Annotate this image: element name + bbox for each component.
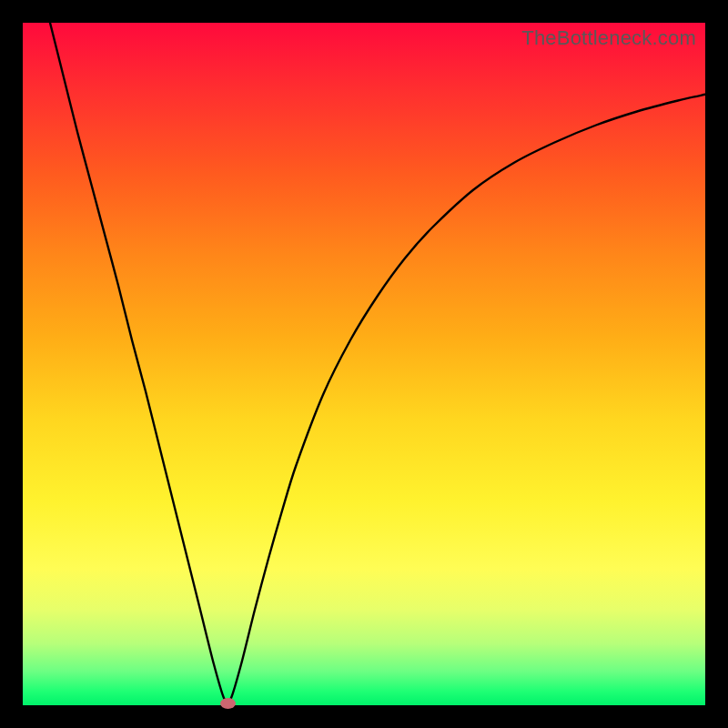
plot-area: TheBottleneck.com (23, 23, 705, 705)
chart-frame: TheBottleneck.com (0, 0, 728, 728)
minimum-marker (220, 698, 236, 709)
bottleneck-curve (23, 23, 705, 705)
